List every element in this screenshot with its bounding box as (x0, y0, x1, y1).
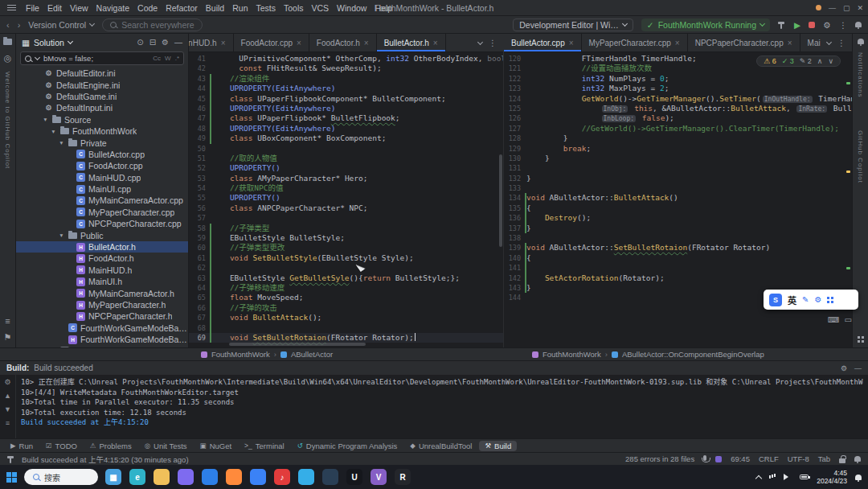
file-explorer-icon[interactable] (154, 469, 170, 485)
close-tab-icon[interactable]: × (297, 39, 301, 47)
expand-arrow-icon[interactable]: ▾ (50, 128, 57, 135)
horizontal-scrollbar[interactable] (229, 343, 366, 346)
back-icon[interactable]: ‹ (6, 20, 10, 30)
more-icon[interactable]: ⋮ (837, 39, 845, 47)
tree-item-DefaultGame.ini[interactable]: ⚙DefaultGame.ini (16, 91, 188, 102)
ime-logo-icon[interactable]: S (769, 294, 782, 306)
tab-BulletActor.h[interactable]: BulletActor.h× (377, 34, 446, 51)
settings-icon[interactable]: ⚙ (4, 378, 10, 386)
ime-keyboard-icon[interactable]: ⌨ (828, 315, 839, 324)
ime-settings-icon[interactable]: ⚙ (814, 295, 821, 304)
tree-item-MyMainCameraActor.h[interactable]: HMyMainCameraActor.h (16, 287, 188, 298)
volume-icon[interactable] (784, 474, 792, 480)
tree-item-MainHUD.cpp[interactable]: CMainHUD.cpp (16, 172, 188, 183)
close-tab-icon[interactable]: × (433, 39, 438, 47)
build-icon[interactable] (778, 21, 786, 29)
notifications-tool-icon[interactable] (858, 39, 864, 44)
minimize-panel-icon[interactable]: — (854, 364, 862, 372)
notification-center-icon[interactable] (855, 475, 862, 480)
tree-item-Source[interactable]: ▾Source (16, 114, 188, 125)
toolwindow-run[interactable]: ▶Run (5, 441, 39, 451)
inspections-widget[interactable]: ⚠ 6 ✓ 3 ✎ 2 ∧ ∨ (756, 55, 841, 67)
ime-language-indicator[interactable]: 英 (788, 294, 796, 306)
regex-icon[interactable]: .* (175, 55, 179, 62)
toolwindow-unit-tests[interactable]: ◎Unit Tests (139, 441, 193, 451)
expand-arrow-icon[interactable]: ▾ (42, 116, 49, 123)
edge-icon[interactable]: e (129, 469, 145, 485)
expand-arrow-icon[interactable]: ▾ (58, 232, 65, 239)
forward-icon[interactable]: › (18, 20, 21, 30)
battery-icon[interactable] (800, 475, 809, 479)
stripe-mark[interactable] (846, 267, 850, 269)
toolwindow-terminal[interactable]: >_Terminal (239, 441, 290, 451)
tree-item-Private[interactable]: ▾Private (16, 137, 188, 148)
structure-tool-icon[interactable]: ≡ (5, 316, 10, 326)
tree-item-Public[interactable]: ▾Public (16, 229, 188, 240)
settings-icon[interactable]: ⚙ (841, 364, 847, 372)
toolwindow-unrealbuildtool[interactable]: ◆UnrealBuildTool (404, 441, 477, 451)
minimize-button[interactable]: — (829, 4, 836, 12)
settings-icon[interactable]: ⚙ (823, 20, 830, 30)
tab-FoodActor.h[interactable]: FoodActor.h× (309, 34, 377, 51)
more-icon[interactable]: ⋮ (489, 39, 497, 47)
vcs-widget[interactable]: Version Control (28, 20, 94, 30)
scroll-up-icon[interactable]: ▲ (4, 392, 11, 400)
toolwindow-nuget[interactable]: ▣NuGet (194, 441, 238, 451)
next-problem-icon[interactable]: ∨ (828, 57, 833, 65)
toolwindow-build[interactable]: ⚒Build (479, 441, 517, 451)
netease-music-icon[interactable]: ♪ (274, 469, 290, 485)
commit-tool-icon[interactable]: ◎ (4, 53, 12, 64)
lock-icon[interactable] (839, 458, 845, 463)
toolwindow-todo[interactable]: ☑TODO (40, 441, 83, 451)
tree-item-FourthWorkGameModeBase.h[interactable]: HFourthWorkGameModeBase.h (16, 334, 188, 345)
tray-overflow-icon[interactable] (755, 475, 762, 481)
build-console[interactable]: 10> 正在创建库 C:\Unreal Projects\FouthMonthW… (16, 375, 868, 438)
editor-pane-left[interactable]: MainHUD.h×FoodActor.cpp×FoodActor.h×Bull… (189, 34, 504, 347)
tree-item-BulletActor.h[interactable]: HBulletActor.h (16, 241, 188, 253)
menu-vcs[interactable]: VCS (308, 2, 334, 14)
menu-file[interactable]: File (22, 2, 43, 14)
tree-item-MyPaperCharacter.h[interactable]: HMyPaperCharacter.h (16, 299, 188, 310)
prev-problem-icon[interactable]: ∧ (817, 57, 823, 65)
bookmarks-tool-icon[interactable]: ⚑ (4, 332, 12, 343)
build-status-text[interactable]: Build succeeded at 上午4:15:20 (30 minutes… (22, 454, 189, 465)
github-copilot-label[interactable]: GitHub Copilot (857, 130, 864, 183)
firefox-icon[interactable] (226, 469, 242, 485)
collapse-all-icon[interactable]: ⊟ (149, 38, 156, 47)
stripe-mark[interactable] (846, 82, 850, 84)
tree-item-MyPaperCharacter.cpp[interactable]: CMyPaperCharacter.cpp (16, 207, 188, 218)
run-status-widget[interactable]: ✓FouthMonthWork Running (641, 18, 770, 31)
scroll-down-icon[interactable]: ▼ (4, 405, 11, 413)
close-tab-icon[interactable]: × (788, 39, 792, 47)
notifications-icon[interactable] (854, 456, 861, 462)
ime-grid-icon[interactable] (827, 297, 833, 303)
tree-item-DefaultInput.ini[interactable]: ⚙DefaultInput.ini (16, 102, 188, 113)
task-view-icon[interactable]: ▦ (105, 469, 121, 485)
rider-icon[interactable]: R (395, 469, 411, 485)
photos-icon[interactable] (202, 469, 218, 485)
settings-icon[interactable]: ⚙ (162, 38, 169, 47)
tree-item-DefaultEditor.ini[interactable]: ⚙DefaultEditor.ini (16, 68, 188, 79)
menu-refactor[interactable]: Refactor (162, 2, 202, 14)
run-configuration-selector[interactable]: Development Editor | Wi… (513, 18, 633, 31)
menu-edit[interactable]: Edit (43, 2, 66, 14)
chevron-down-icon[interactable] (68, 39, 73, 44)
warnings-count[interactable]: ⚠ 6 (764, 57, 776, 65)
tab-BulletActor.cpp[interactable]: BulletActor.cpp× (504, 34, 582, 51)
expand-arrow-icon[interactable]: ▾ (58, 139, 65, 146)
tab-MainHUD.h[interactable]: MainHUD.h× (189, 34, 234, 51)
toolwindow-dynamic-program-analysis[interactable]: ↺Dynamic Program Analysis (292, 441, 403, 451)
tree-item-FoodActor.cpp[interactable]: CFoodActor.cpp (16, 160, 188, 171)
line-ending-indicator[interactable]: CRLF (759, 454, 779, 463)
encoding-indicator[interactable]: UTF-8 (788, 454, 809, 463)
project-view-title[interactable]: Solution (34, 38, 64, 47)
clock[interactable]: 4:45 2024/4/23 (817, 469, 847, 485)
breadcrumb-item[interactable]: FouthMonthWork (211, 350, 270, 359)
close-tab-icon[interactable]: × (221, 39, 226, 47)
checks-count[interactable]: ✓ 3 (782, 57, 794, 65)
qq-icon[interactable] (298, 469, 314, 485)
match-case-icon[interactable]: Cc (153, 55, 161, 62)
project-search-input[interactable]: bMove = false; Cc W .* (20, 51, 184, 65)
menu-navigate[interactable]: Navigate (92, 2, 133, 14)
breadcrumb-item[interactable]: ABulletActor (291, 350, 333, 359)
